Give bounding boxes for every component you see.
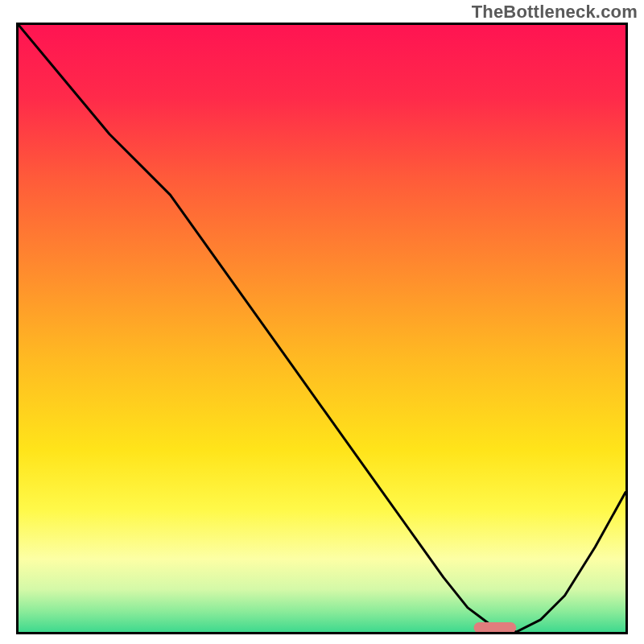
bottleneck-plot [19, 25, 625, 632]
gradient-background [19, 25, 625, 632]
chart-frame [16, 23, 628, 634]
watermark-text: TheBottleneck.com [472, 2, 638, 23]
chart-stage: TheBottleneck.com [0, 0, 644, 644]
optimal-marker [474, 622, 517, 632]
